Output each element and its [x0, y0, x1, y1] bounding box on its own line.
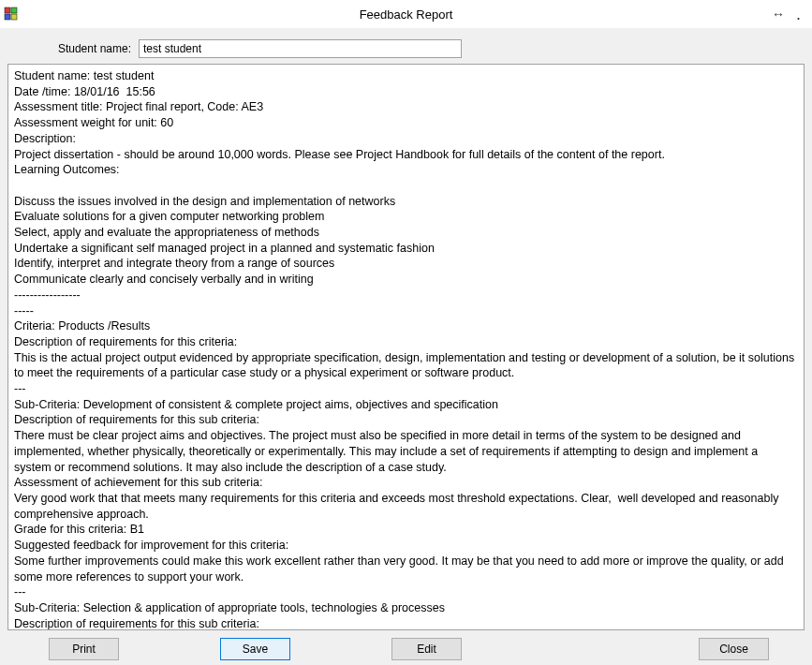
save-button[interactable]: Save — [220, 638, 290, 660]
button-bar: Print Save Edit Close — [0, 630, 812, 665]
app-icon — [4, 7, 19, 22]
student-name-row: Student name: — [0, 28, 812, 64]
window-title: Feedback Report — [360, 7, 453, 22]
report-textarea[interactable]: Student name: test student Date /time: 1… — [7, 64, 805, 630]
window-controls: ↔ . — [772, 7, 808, 22]
svg-rect-3 — [11, 14, 17, 20]
svg-rect-2 — [5, 14, 10, 20]
close-button[interactable]: Close — [699, 638, 769, 660]
minimize-icon[interactable]: . — [796, 9, 801, 19]
title-bar: Feedback Report ↔ . — [0, 0, 812, 28]
student-name-label: Student name: — [7, 42, 139, 55]
svg-rect-0 — [5, 7, 10, 13]
svg-rect-1 — [11, 7, 17, 13]
student-name-input[interactable] — [139, 39, 462, 58]
print-button[interactable]: Print — [49, 638, 119, 660]
edit-button[interactable]: Edit — [391, 638, 462, 660]
restore-icon[interactable]: ↔ — [772, 7, 785, 22]
